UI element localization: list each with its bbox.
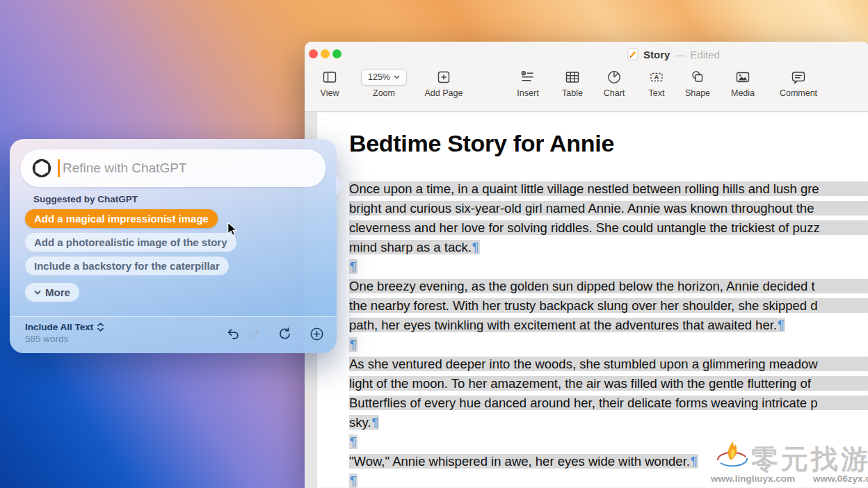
- suggested-by-label: Suggested by ChatGPT: [33, 194, 138, 204]
- plus-circle-icon: [310, 327, 324, 341]
- document-area: Bedtime Story for Annie Once upon a time…: [305, 112, 868, 488]
- suggestion-pill[interactable]: Add a photorealistic image of the story: [25, 233, 236, 252]
- redo-button[interactable]: [246, 327, 261, 341]
- refine-input[interactable]: Refine with ChatGPT: [21, 149, 326, 187]
- text-line[interactable]: mind sharp as a tack.¶: [349, 238, 868, 257]
- watermark-brand: 零元找游戏: [751, 441, 868, 478]
- comment-button[interactable]: Comment: [767, 68, 830, 98]
- suggestion-pill[interactable]: Add a magical impressionist image: [25, 209, 218, 228]
- text-line[interactable]: ¶: [349, 335, 868, 355]
- text-line[interactable]: path, her eyes twinkling with excitement…: [349, 316, 868, 335]
- screen: Story — Edited View 125%: [0, 0, 868, 488]
- fullscreen-button[interactable]: [332, 49, 341, 58]
- suggestion-list: Add a magical impressionist imageAdd a p…: [25, 209, 236, 280]
- minimize-button[interactable]: [321, 49, 330, 58]
- popup-tail: [336, 175, 345, 195]
- edited-status: Edited: [690, 49, 720, 60]
- document-icon: [627, 48, 638, 60]
- pilcrow-mark: ¶: [777, 318, 785, 332]
- zoom-button[interactable]: 125% Zoom: [353, 68, 415, 98]
- undo-button[interactable]: [226, 327, 241, 341]
- add-page-icon: [412, 68, 475, 86]
- title-separator: —: [675, 49, 685, 60]
- chatgpt-logo-icon: [31, 158, 52, 179]
- watermark-flame-icon: [712, 438, 751, 474]
- text-line[interactable]: cleverness and her love for solving ridd…: [349, 218, 868, 238]
- text-line[interactable]: ¶: [349, 257, 868, 277]
- chatgpt-refine-popup: Refine with ChatGPT Suggested by ChatGPT…: [10, 139, 337, 353]
- chevron-down-icon: [394, 75, 400, 79]
- pilcrow-mark: ¶: [349, 337, 357, 352]
- pilcrow-mark: ¶: [472, 240, 480, 254]
- text-line[interactable]: As she ventured deeper into the woods, s…: [349, 355, 868, 374]
- window-title: Story — Edited: [627, 48, 720, 60]
- undo-icon: [226, 327, 241, 341]
- watermark-urls: www.lingliuyx.comwww.06zyx.com: [711, 473, 868, 484]
- toolbar: Story — Edited View 125%: [305, 42, 868, 112]
- pilcrow-mark: ¶: [349, 259, 357, 274]
- media-icon: [712, 68, 774, 86]
- pilcrow-mark: ¶: [349, 473, 357, 488]
- pages-window: Story — Edited View 125%: [305, 42, 868, 488]
- pilcrow-mark: ¶: [349, 434, 357, 449]
- redo-icon: [246, 327, 261, 341]
- word-count: 585 words: [25, 334, 104, 344]
- input-placeholder: Refine with ChatGPT: [63, 161, 186, 176]
- text-caret: [58, 159, 60, 177]
- comment-icon: [767, 68, 830, 86]
- suggestion-pill[interactable]: Include a backstory for the caterpillar: [25, 257, 229, 275]
- text-line[interactable]: sky.¶: [349, 413, 868, 432]
- add-button[interactable]: [310, 327, 324, 341]
- text-line[interactable]: Once upon a time, in a quaint little vil…: [349, 179, 868, 199]
- text-line[interactable]: the nearby forest. With her trusty backp…: [349, 296, 868, 316]
- document-title: Story: [643, 49, 670, 60]
- include-text-selector[interactable]: Include All Text 585 words: [25, 322, 104, 344]
- text-line[interactable]: One breezy evening, as the golden sun di…: [349, 277, 868, 296]
- media-button[interactable]: Media: [712, 68, 774, 98]
- add-page-button[interactable]: Add Page: [412, 68, 475, 98]
- document-heading: Bedtime Story for Annie: [349, 130, 614, 157]
- pilcrow-mark: ¶: [690, 454, 698, 469]
- more-button[interactable]: More: [25, 283, 79, 302]
- svg-text:A: A: [654, 73, 659, 81]
- text-line[interactable]: light of the moon. To her amazement, the…: [349, 374, 868, 393]
- up-down-chevron-icon: [97, 323, 104, 332]
- refresh-icon: [278, 327, 292, 341]
- text-line[interactable]: Butterflies of every hue danced around h…: [349, 393, 868, 413]
- zoom-value-dropdown[interactable]: 125%: [361, 69, 407, 86]
- pilcrow-mark: ¶: [371, 415, 380, 430]
- text-line[interactable]: bright and curious six-year-old girl nam…: [349, 199, 868, 218]
- chevron-down-icon: [34, 290, 41, 295]
- regenerate-button[interactable]: [278, 327, 292, 341]
- popup-footer: Include All Text 585 words: [10, 316, 337, 353]
- document-page[interactable]: Bedtime Story for Annie Once upon a time…: [317, 112, 868, 488]
- mouse-cursor: [227, 222, 238, 237]
- close-button[interactable]: [309, 49, 318, 58]
